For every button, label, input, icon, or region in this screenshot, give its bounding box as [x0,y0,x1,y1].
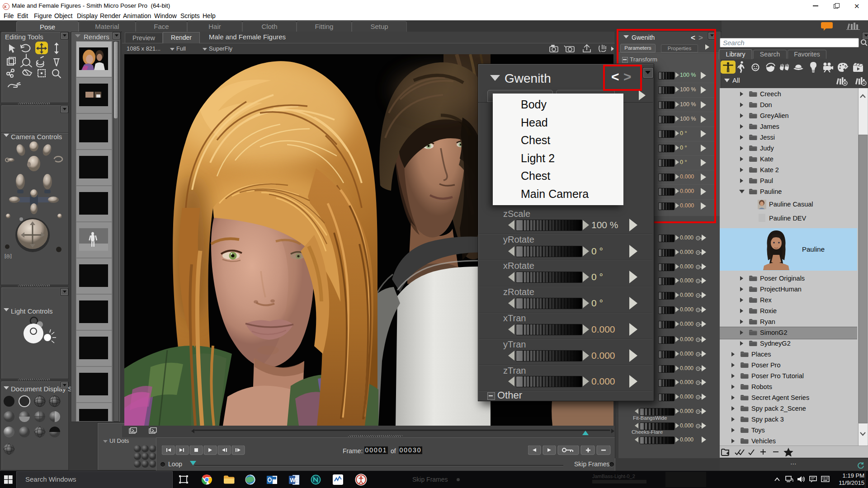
svg-text:[◎]: [◎] [5,253,12,258]
svg-text:W: W [290,477,296,483]
